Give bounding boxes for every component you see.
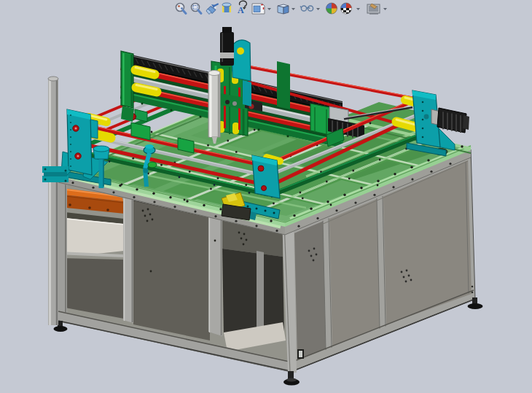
svg-text:A: A	[238, 5, 244, 15]
